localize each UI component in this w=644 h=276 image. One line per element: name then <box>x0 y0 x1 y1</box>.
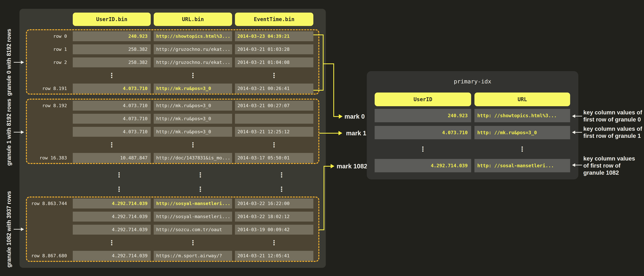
cell-url: http://sosyal-mansetleri... <box>154 212 232 221</box>
cell-eventtime: 2014-03-22 16:22:00 <box>235 199 313 208</box>
cell-eventtime: 2014-03-21 00:27:07 <box>235 101 313 111</box>
granule-1082-side-label: granule 1082 with 3937 rows <box>6 191 12 267</box>
cell-eventtime: 2014-03-21 12:25:12 <box>235 127 313 137</box>
mark0-bracket-top-line <box>313 35 324 35</box>
cell-url: http://mk.ru&pos=3_0 <box>154 84 232 94</box>
vertical-ellipsis: ⋮ <box>519 142 526 156</box>
vertical-ellipsis: ⋮ <box>108 238 115 248</box>
table-row: row 8.1924.073.710http://mk.ru&pos=3_020… <box>27 101 318 111</box>
mark1-arrow-icon <box>338 131 342 135</box>
cell-eventtime: 2014-03-21 00:26:41 <box>235 84 313 94</box>
cell-userid: 240.923 <box>73 31 151 41</box>
annotation-2-arrow-line <box>575 165 582 165</box>
primary-index-panel: primary-idx UserID URL 240.923http: //sh… <box>367 71 578 179</box>
table-row: 4.073.710http://mk.ru&pos=3_0 <box>27 114 318 124</box>
ellipsis-row: ⋮⋮⋮ <box>27 71 318 80</box>
cell-userid: 4.292.714.039 <box>73 212 151 221</box>
mark0-connector-line <box>333 116 339 117</box>
ellipsis-row: ⋮⋮⋮ <box>27 140 318 150</box>
annotation-granule-0: key column values of first row of granul… <box>583 109 644 123</box>
mark0-connector-line <box>323 63 334 64</box>
annotation-0-arrow-line <box>575 116 582 116</box>
cell-userid: 4.073.710 <box>73 84 151 94</box>
row-label: row 8.863.744 <box>27 199 67 208</box>
annotation-0-arrow-icon <box>572 114 575 118</box>
cell-url: http://doc/1437831&is_mo... <box>154 153 232 163</box>
annotation-line: key column values of <box>583 125 644 132</box>
vertical-ellipsis: ⋮ <box>271 71 277 80</box>
annotation-granule-1082: key column values of first row of granul… <box>583 155 644 176</box>
cell-url: http://mk.ru&pos=3_0 <box>154 101 232 111</box>
cell-url: https://m.sport.airway/? <box>154 251 232 261</box>
annotation-2-arrow-icon <box>572 163 575 167</box>
mark-1082-label: mark 1082 <box>336 162 368 170</box>
granule-0-side-label: granule 0 with 8192 rows <box>6 29 12 96</box>
cell-eventtime: 2014-03-22 18:02:12 <box>235 212 313 221</box>
table-row: row 8.867.6804.292.714.039https://m.spor… <box>27 251 318 261</box>
cell-eventtime: 2014-03-21 12:05:41 <box>235 251 313 261</box>
table-row: row 1258.382http://gruzochno.ru/ekat...2… <box>27 44 318 54</box>
column-header-url-bin: URL.bin <box>154 13 232 26</box>
primary-cell-userid: 4.292.714.039 <box>375 159 471 172</box>
cell-userid: 258.382 <box>73 44 151 54</box>
cell-url: http://gruzochno.ru/ekat... <box>154 58 232 67</box>
annotation-line: key column values of <box>583 109 644 116</box>
cell-url: http://showtopics.html%3... <box>154 31 232 41</box>
mark1-connector-line <box>319 133 339 134</box>
granule-0-arrow-icon <box>21 61 24 64</box>
mark0-bracket-line <box>323 35 324 91</box>
primary-cell-url: http: //sosal-mansetleri... <box>474 159 570 172</box>
column-header-eventtime-bin: EventTime.bin <box>235 13 313 26</box>
primary-index-title: primary-idx <box>367 78 578 85</box>
diagram-canvas: UserID.bin URL.bin EventTime.bin row 024… <box>0 0 644 276</box>
table-row: row 8.863.7444.292.714.039http://sosyal-… <box>27 199 318 208</box>
bin-files-panel: UserID.bin URL.bin EventTime.bin row 024… <box>20 9 326 268</box>
vertical-ellipsis: ⋮ <box>197 184 204 194</box>
mark1082-arrow-icon <box>331 164 334 168</box>
table-row: row 8.1914.073.710http://mk.ru&pos=3_020… <box>27 84 318 94</box>
granule-0-arrow-line <box>14 62 21 63</box>
annotation-1-arrow-icon <box>572 131 575 134</box>
cell-userid: 4.292.714.039 <box>73 199 151 208</box>
granule-box-1082: row 8.863.7444.292.714.039http://sosyal-… <box>26 196 319 262</box>
mark0-arrow-icon <box>339 114 342 119</box>
primary-index-row: 4.292.714.039http: //sosal-mansetleri... <box>367 159 578 172</box>
mark1082-connector-line <box>324 166 324 230</box>
ellipsis-row: ⋮⋮ <box>367 142 578 156</box>
annotation-line: of first row of <box>583 162 644 169</box>
annotation-line: key column values <box>583 155 644 162</box>
cell-userid: 10.487.847 <box>73 153 151 163</box>
cell-url: http://mk.ru&pos=3_0 <box>154 114 232 124</box>
granule-1082-arrow-icon <box>21 227 24 231</box>
vertical-ellipsis: ⋮ <box>190 140 196 150</box>
ellipsis-row: ⋮ ⋮ ⋮ <box>27 184 319 194</box>
cell-userid: 4.073.710 <box>73 114 151 124</box>
cell-url: http://sozcu.com.tr/oaut <box>154 225 232 235</box>
granule-1-arrow-icon <box>21 130 24 134</box>
vertical-ellipsis: ⋮ <box>108 140 115 150</box>
ellipsis-row: ⋮⋮⋮ <box>27 238 318 248</box>
vertical-ellipsis: ⋮ <box>278 184 285 194</box>
table-row: row 2258.382http://gruzochno.ru/ekat...2… <box>27 58 318 67</box>
mark0-bracket-bottom-line <box>313 90 324 91</box>
vertical-ellipsis: ⋮ <box>190 71 196 80</box>
table-row: row 16.38310.487.847http://doc/1437831&i… <box>27 153 318 163</box>
cell-eventtime: 2014-03-17 05:50:01 <box>235 153 313 163</box>
table-row: 4.073.710http://mk.ru&pos=3_02014-03-21 … <box>27 127 318 137</box>
granule-1-side-label: granule 1 with 8192 rows <box>6 99 12 166</box>
cell-userid: 4.292.714.039 <box>73 251 151 261</box>
vertical-ellipsis: ⋮ <box>271 238 277 248</box>
cell-eventtime: 2014-03-23 04:39:21 <box>235 31 313 41</box>
table-row: 4.292.714.039http://sozcu.com.tr/oaut201… <box>27 225 318 235</box>
annotation-line: first row of granule 1 <box>583 132 644 139</box>
primary-index-row: 4.073.710http: //mk.ru&pos=3_0 <box>367 126 578 139</box>
annotation-1-arrow-line <box>575 132 582 133</box>
cell-url: http://sosyal-mansetleri... <box>154 199 232 208</box>
vertical-ellipsis: ⋮ <box>420 142 426 156</box>
mark1082-connector-line <box>324 166 331 167</box>
mark-1-label: mark 1 <box>346 129 366 137</box>
row-label: row 16.383 <box>27 153 67 163</box>
vertical-ellipsis: ⋮ <box>116 184 122 194</box>
row-label: row 8.191 <box>27 84 67 94</box>
primary-column-header-userid: UserID <box>375 93 471 106</box>
